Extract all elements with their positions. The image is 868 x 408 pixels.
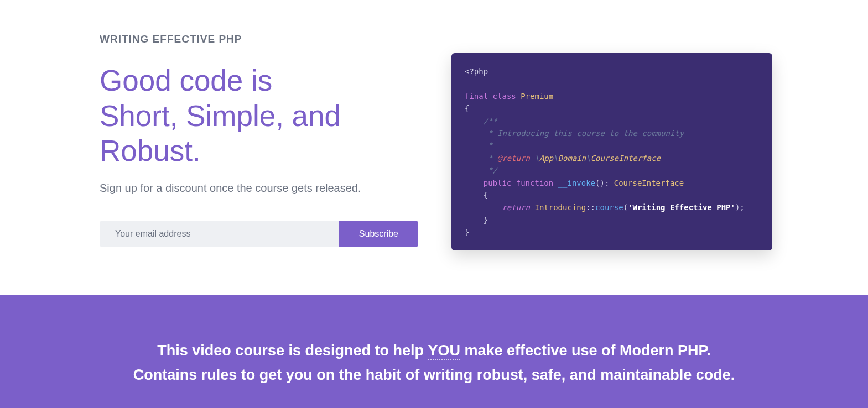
code-scope: :: — [586, 203, 595, 212]
banner-line1: This video course is designed to help YO… — [100, 339, 768, 363]
hero-right: <?php final class Premium { /** * Introd… — [451, 33, 772, 250]
code-brace-close: } — [465, 228, 469, 237]
eyebrow: WRITING EFFECTIVE PHP — [100, 33, 418, 45]
hero-section: WRITING EFFECTIVE PHP Good code is Short… — [0, 0, 868, 295]
code-doc-open: /** — [484, 117, 497, 125]
code-call-open: ( — [623, 203, 628, 212]
code-ns1: App — [539, 154, 553, 163]
banner-section: This video course is designed to help YO… — [0, 295, 868, 408]
email-input[interactable] — [100, 221, 339, 247]
code-str-value: Writing Effective PHP — [632, 203, 730, 212]
code-call-close: ); — [735, 203, 745, 212]
banner-you: YOU — [428, 342, 460, 360]
code-call-method: course — [595, 203, 623, 212]
code-kw-function: function — [516, 179, 553, 187]
code-call-class: Introducing — [534, 203, 586, 212]
code-fn-colon: : — [605, 179, 614, 187]
code-ns3: CourseInterface — [591, 154, 661, 163]
code-doc-line1: * Introducing this course to the communi… — [484, 129, 684, 138]
signup-form: Subscribe — [100, 221, 418, 247]
headline-light: Good code is — [100, 64, 272, 97]
code-kw-public: public — [484, 179, 512, 187]
code-fn-rettype: CourseInterface — [614, 179, 684, 187]
subscribe-button[interactable]: Subscribe — [339, 221, 418, 247]
code-fn-name: __invoke — [558, 179, 595, 187]
code-doc-return-ann: @return — [497, 154, 530, 163]
code-kw-return: return — [502, 203, 530, 212]
code-inner-brace-open: { — [484, 191, 488, 200]
code-open-tag: <?php — [465, 67, 488, 76]
code-sep3: \ — [586, 154, 590, 163]
code-block: <?php final class Premium { /** * Introd… — [451, 53, 772, 250]
code-brace-open: { — [465, 104, 469, 113]
code-fn-parens: () — [595, 179, 605, 187]
code-class-name: Premium — [521, 92, 553, 101]
code-doc-return-prefix: * — [484, 154, 497, 163]
code-ns2: Domain — [558, 154, 586, 163]
code-kw-final: final — [465, 92, 488, 101]
code-doc-empty: * — [484, 141, 493, 150]
banner-line1-post: make effective use of Modern PHP. — [460, 342, 711, 359]
code-kw-class: class — [493, 92, 516, 101]
code-sep2: \ — [553, 154, 558, 163]
banner-line1-pre: This video course is designed to help — [157, 342, 428, 359]
code-str-qc: ' — [731, 203, 735, 212]
code-sep1: \ — [530, 154, 539, 163]
hero-left: WRITING EFFECTIVE PHP Good code is Short… — [100, 33, 418, 250]
code-inner-brace-close: } — [484, 216, 488, 224]
headline: Good code is Short, Simple, and Robust. — [100, 63, 418, 169]
headline-bold: Short, Simple, and Robust. — [100, 100, 341, 168]
banner-line2: Contains rules to get you on the habit o… — [100, 363, 768, 387]
code-doc-close: */ — [484, 166, 497, 175]
subtext: Sign up for a discount once the course g… — [100, 182, 418, 195]
